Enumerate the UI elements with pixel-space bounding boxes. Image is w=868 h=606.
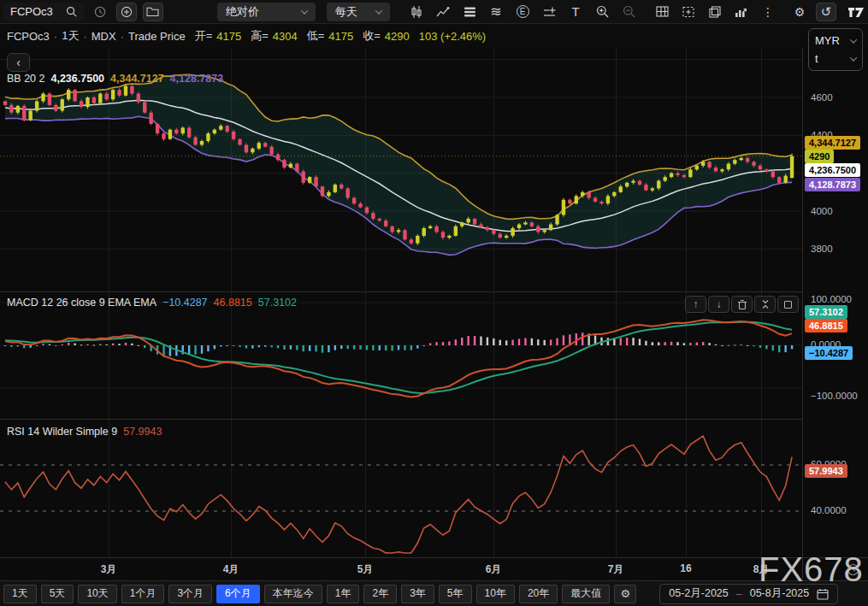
data-table-icon[interactable] xyxy=(652,3,672,21)
chevron-down-icon xyxy=(300,7,307,14)
axis-tick-label: −100.0000 xyxy=(811,391,858,401)
price-mode-dropdown[interactable]: 绝对价 xyxy=(217,3,316,21)
pane-controls: ↑ ↓ xyxy=(685,296,799,313)
macd-line-value: 46.8815 xyxy=(214,297,252,309)
open-label: 开= xyxy=(195,28,213,44)
range-buttons: 1天5天10天1个月3个月6个月本年迄今1年2年3年5年10年20年最大值 xyxy=(3,585,610,603)
add-compare-icon[interactable] xyxy=(539,3,559,21)
interval-value: 每天 xyxy=(335,4,357,20)
range-button-20年[interactable]: 20年 xyxy=(519,585,558,603)
currency-selector[interactable]: MYR xyxy=(815,34,856,47)
pane-separator[interactable] xyxy=(0,417,802,421)
range-settings-gear-icon[interactable]: ⚙ xyxy=(614,585,636,603)
bb-upper-value: 4,344.7127 xyxy=(110,73,164,85)
price-chart-pane[interactable]: ‹ BB 20 2 4,236.7500 4,344.7127 4,128.78… xyxy=(0,48,802,291)
interval-dropdown[interactable]: 每天 xyxy=(327,3,390,21)
time-axis-label: 16 xyxy=(680,562,691,574)
back-button[interactable]: ‹ xyxy=(7,53,30,72)
chart-type-icon[interactable] xyxy=(406,3,427,21)
time-axis-label: 8月 xyxy=(753,562,770,577)
axis-price-badge: 46.8815 xyxy=(805,319,847,332)
range-button-3个月[interactable]: 3个月 xyxy=(168,585,212,603)
chevron-down-icon xyxy=(850,36,857,43)
unit-value: t xyxy=(815,52,818,65)
clock-history-icon[interactable] xyxy=(90,3,110,21)
bar-chart-export-icon[interactable] xyxy=(731,3,752,21)
range-button-本年迄今[interactable]: 本年迄今 xyxy=(264,585,322,603)
currency-unit-box: MYR t xyxy=(808,28,863,71)
range-button-1年[interactable]: 1年 xyxy=(327,585,360,603)
macd-pane[interactable]: MACD 12 26 close 9 EMA EMA −10.4287 46.8… xyxy=(0,291,802,419)
date-range-picker[interactable]: 05-2月-2025 – 05-8月-2025 xyxy=(659,584,838,604)
symbol-search-field[interactable]: FCPOc3 xyxy=(3,3,84,21)
delete-pane-button[interactable] xyxy=(731,296,753,313)
range-button-1天[interactable]: 1天 xyxy=(3,585,37,603)
axis-tick-label: 4600 xyxy=(811,92,833,103)
range-button-5年[interactable]: 5年 xyxy=(439,585,472,603)
maximize-pane-button[interactable] xyxy=(777,296,799,313)
range-button-2年[interactable]: 2年 xyxy=(363,585,397,603)
legend-interval[interactable]: 1天 xyxy=(62,28,79,44)
axis-tick-label: 3800 xyxy=(811,244,833,254)
range-button-1个月[interactable]: 1个月 xyxy=(121,585,165,603)
calendar-icon xyxy=(817,588,829,600)
low-value: 4175 xyxy=(328,30,353,43)
economy-circle-e-icon[interactable]: E xyxy=(512,3,533,21)
move-pane-up-button[interactable]: ↑ xyxy=(685,296,706,313)
range-button-10年[interactable]: 10年 xyxy=(476,585,515,603)
range-button-6个月[interactable]: 6个月 xyxy=(216,585,260,603)
axis-price-badge: 4,236.7500 xyxy=(805,163,860,177)
rsi-pane[interactable]: RSI 14 Wilder Simple 9 57.9943 xyxy=(0,419,802,557)
bb-basis-value: 4,236.7500 xyxy=(50,73,104,85)
macd-indicator-legend[interactable]: MACD 12 26 close 9 EMA EMA −10.4287 46.8… xyxy=(7,297,297,309)
legend-symbol[interactable]: FCPOc3 xyxy=(7,30,50,43)
close-label: 收= xyxy=(363,28,381,44)
axis-tick-label: 100.0000 xyxy=(811,294,852,304)
layout-templates-icon[interactable] xyxy=(459,3,480,21)
rsi-indicator-legend[interactable]: RSI 14 Wilder Simple 9 57.9943 xyxy=(7,426,162,438)
copy-layers-icon[interactable] xyxy=(705,3,725,21)
pane-separator[interactable] xyxy=(0,290,802,293)
move-pane-down-button[interactable]: ↓ xyxy=(708,296,729,313)
time-axis-corner[interactable] xyxy=(803,557,868,580)
rsi-value: 57.9943 xyxy=(123,426,162,438)
indicators-icon[interactable] xyxy=(433,3,453,21)
range-button-5天[interactable]: 5天 xyxy=(41,585,74,603)
unit-selector[interactable]: t xyxy=(815,52,856,65)
folder-icon[interactable] xyxy=(143,3,163,21)
collapse-pane-button[interactable] xyxy=(754,296,776,313)
rsi-title: RSI 14 Wilder Simple 9 xyxy=(7,426,117,438)
range-button-最大值[interactable]: 最大值 xyxy=(562,585,610,603)
high-value: 4304 xyxy=(273,30,298,43)
time-axis[interactable]: 3月4月5月6月7月168月 xyxy=(0,557,802,580)
waves-compare-icon[interactable]: ≋ xyxy=(486,3,506,21)
time-axis-label: 3月 xyxy=(101,562,117,577)
axis-tick-label: 4000 xyxy=(811,206,833,216)
bb-indicator-legend[interactable]: BB 20 2 4,236.7500 4,344.7127 4,128.7873 xyxy=(7,73,223,85)
more-options-kebab-icon[interactable]: ⋮ xyxy=(758,3,778,21)
close-value: 4290 xyxy=(385,30,410,43)
range-button-3年[interactable]: 3年 xyxy=(401,585,434,603)
macd-hist-value: −10.4287 xyxy=(162,297,207,309)
zoom-in-icon[interactable] xyxy=(592,3,612,21)
axis-price-badge: 4290 xyxy=(805,150,834,163)
chevron-down-icon xyxy=(850,54,857,61)
tradingview-logo[interactable] xyxy=(847,4,865,20)
bb-title: BB 20 2 xyxy=(7,73,44,85)
zoom-out-icon[interactable] xyxy=(618,3,639,21)
undo-reset-icon[interactable]: ↺ xyxy=(816,3,836,21)
settings-gear-icon[interactable]: ⚙ xyxy=(789,3,810,21)
chart-area: ‹ BB 20 2 4,236.7500 4,344.7127 4,128.78… xyxy=(0,48,868,580)
select-region-icon[interactable] xyxy=(678,3,699,21)
low-label: 低= xyxy=(307,28,325,44)
axis-price-badge: 57.9943 xyxy=(805,464,847,478)
time-axis-clock-icon[interactable] xyxy=(847,563,859,576)
symbol-legend-row: FCPOc3 · 1天 · MDX · Trade Price 开=4175 高… xyxy=(0,24,486,48)
search-icon xyxy=(66,6,77,17)
price-scale-column[interactable]: 4600440040003800100.00000.0000−100.00006… xyxy=(802,48,868,580)
range-button-10天[interactable]: 10天 xyxy=(78,585,116,603)
axis-price-badge: 4,344.7127 xyxy=(805,136,860,150)
date-range-start: 05-2月-2025 xyxy=(669,586,729,601)
add-symbol-icon[interactable] xyxy=(116,3,137,21)
text-tool-icon[interactable]: T xyxy=(565,3,586,21)
